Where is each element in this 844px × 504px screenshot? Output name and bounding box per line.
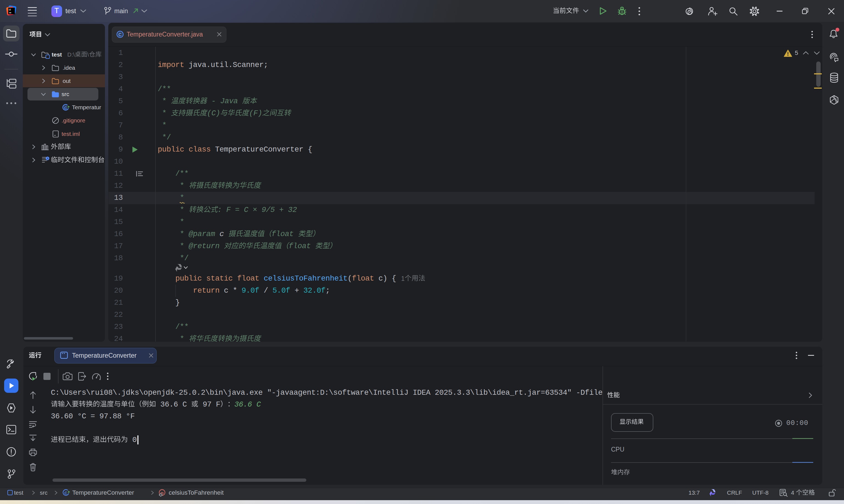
svg-text:IJ: IJ [9, 8, 11, 11]
svg-text:C: C [64, 105, 67, 110]
svg-text:C: C [118, 32, 122, 37]
svg-text:C: C [65, 490, 68, 495]
